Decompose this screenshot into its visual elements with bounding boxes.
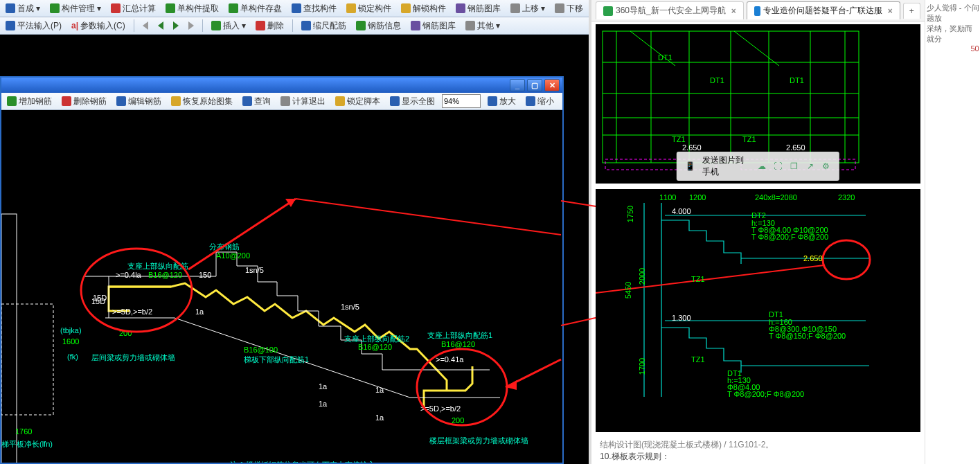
main-toolbar: 首成 ▾ 构件管理 ▾ 汇总计算 单构件提取 单构件存盘 查找构件 锁定构件 解… bbox=[0, 0, 589, 17]
label-la2: 1a bbox=[319, 382, 327, 391]
tb-item-7[interactable]: 解锁构件 bbox=[398, 3, 449, 15]
tb-item-9[interactable]: 上移 ▾ bbox=[508, 3, 548, 15]
zoom-input[interactable] bbox=[442, 94, 481, 108]
query-button[interactable]: 查询 bbox=[240, 96, 274, 107]
zoom-out-button[interactable]: 缩小 bbox=[523, 96, 557, 107]
editor-toolbar: 增加钢筋 删除钢筋 编辑钢筋 恢复原始图集 查询 计算退出 锁定脚本 显示全图 … bbox=[1, 93, 562, 110]
lib-icon bbox=[456, 3, 465, 13]
tb-item-6[interactable]: 锁定构件 bbox=[344, 3, 394, 15]
label-tbxb: 梯板下部纵向配筋1 bbox=[244, 355, 309, 365]
gjtk-button[interactable]: 钢筋图库 bbox=[408, 20, 458, 32]
suochi-button[interactable]: 缩尺配筋 bbox=[299, 20, 349, 32]
rd-2650: 2.650 bbox=[803, 254, 823, 262]
rd-2320: 2320 bbox=[838, 193, 855, 202]
window-max-button[interactable]: ▢ bbox=[527, 79, 542, 91]
pingfa-icon bbox=[6, 21, 15, 30]
pingfa-button[interactable]: 平法输入(P) bbox=[3, 20, 64, 32]
rd-t2: T Φ8@200;F Φ8@200 bbox=[751, 233, 828, 241]
r-tz1-a: TZ1 bbox=[672, 135, 686, 143]
send-to-phone-button[interactable]: 📱 bbox=[685, 161, 695, 172]
other-button[interactable]: 其他 ▾ bbox=[463, 20, 503, 32]
label-b16c: B16@120 bbox=[441, 340, 475, 348]
scale-icon bbox=[301, 21, 311, 30]
zoom-in-button[interactable]: 放大 bbox=[485, 96, 519, 107]
label-lsn5b: 1sn/5 bbox=[341, 303, 359, 311]
tab-glodon[interactable]: 专业造价问题答疑平台-广联达服× bbox=[747, 1, 900, 19]
label-1760: 1760 bbox=[15, 427, 32, 436]
label-fbgj: 分布钢筋 bbox=[209, 242, 240, 252]
home-icon bbox=[6, 3, 15, 13]
label-sbzp: 支座上部纵向配筋 bbox=[127, 261, 188, 271]
label-ge5dr: >=5D,>=b/2 bbox=[420, 404, 461, 413]
nav-next[interactable] bbox=[170, 21, 181, 30]
tb-item-1[interactable]: 构件管理 ▾ bbox=[47, 3, 104, 15]
tb-item-10[interactable]: 下移 bbox=[552, 3, 586, 15]
restore-button[interactable]: 恢复原始图集 bbox=[168, 96, 235, 107]
rd-1300: 1.300 bbox=[672, 314, 691, 322]
del-rebar-button[interactable]: 删除钢筋 bbox=[59, 96, 109, 107]
window-min-button[interactable]: _ bbox=[510, 79, 525, 91]
r-dt1-a: DT1 bbox=[658, 53, 672, 62]
copy-icon[interactable]: ❐ bbox=[790, 161, 799, 172]
tb-item-0[interactable]: 首成 ▾ bbox=[3, 3, 43, 15]
cloud-icon[interactable]: ☁ bbox=[758, 161, 767, 172]
gear-icon[interactable]: ⚙ bbox=[821, 161, 830, 172]
tab1-close-icon[interactable]: × bbox=[731, 6, 736, 16]
manage-icon bbox=[50, 3, 60, 13]
image-panel-1[interactable]: DT1 DT1 DT1 TZ1 TZ1 2.650 2.650 📱 发送图片到手… bbox=[596, 24, 920, 184]
gjinfo-button[interactable]: 钢筋信息 bbox=[353, 20, 404, 32]
r-dt1-c: DT1 bbox=[790, 76, 804, 84]
cad-canvas[interactable]: 15D 分布钢筋 A10@200 支座上部纵向配筋 >=0.4la B16@12… bbox=[1, 110, 562, 463]
calc-icon bbox=[280, 96, 290, 106]
tb-item-8[interactable]: 钢筋图库 bbox=[453, 3, 504, 15]
label-200: 200 bbox=[119, 329, 132, 337]
tb-item-2[interactable]: 汇总计算 bbox=[108, 3, 159, 15]
unlock-icon bbox=[401, 3, 411, 13]
label-lckj: 楼层框架梁或剪力墙或砌体墙 bbox=[429, 436, 528, 446]
rd-4000: 4.000 bbox=[672, 207, 691, 215]
nav-first[interactable] bbox=[140, 21, 151, 30]
tab-360[interactable]: 360导航_新一代安全上网导航× bbox=[596, 1, 744, 19]
expand-icon[interactable]: ⛶ bbox=[774, 161, 783, 172]
new-tab-button[interactable]: + bbox=[903, 3, 920, 19]
tab2-close-icon[interactable]: × bbox=[888, 6, 893, 16]
show-all-button[interactable]: 显示全图 bbox=[387, 96, 438, 107]
nav-prev[interactable] bbox=[155, 21, 166, 30]
del-icon bbox=[62, 96, 71, 106]
canshu-button[interactable]: a|参数输入(C) bbox=[69, 20, 128, 32]
label-b16100: B16@100 bbox=[244, 346, 278, 354]
tb-item-5[interactable]: 查找构件 bbox=[289, 3, 339, 15]
browser-tabs: 360导航_新一代安全上网导航× 专业造价问题答疑平台-广联达服× + bbox=[591, 0, 925, 21]
insert-button[interactable]: 插入 ▾ bbox=[208, 20, 249, 32]
window-close-button[interactable]: ✕ bbox=[544, 79, 560, 91]
edit-icon bbox=[116, 96, 126, 106]
delete-button[interactable]: 删除 bbox=[253, 20, 287, 32]
work-area: _ ▢ ✕ 增加钢筋 删除钢筋 编辑钢筋 恢复原始图集 查询 计算退出 锁定脚本… bbox=[0, 35, 589, 464]
prev-icon bbox=[158, 21, 163, 30]
label-cjl: 层间梁或剪力墙或砌体墙 bbox=[91, 353, 175, 363]
rd-1750: 1750 bbox=[626, 206, 634, 222]
tb-item-3[interactable]: 单构件提取 bbox=[163, 3, 222, 15]
label-1600: 1600 bbox=[62, 337, 79, 346]
rd-1100: 1100 bbox=[659, 193, 676, 202]
edit-rebar-button[interactable]: 编辑钢筋 bbox=[114, 96, 164, 107]
input-toolbar: 平法输入(P) a|参数输入(C) 插入 ▾ 删除 缩尺配筋 钢筋信息 钢筋图库… bbox=[0, 17, 589, 35]
label-tbjka: (tbjka) bbox=[60, 326, 82, 334]
lock-script-button[interactable]: 锁定脚本 bbox=[332, 96, 383, 107]
rd-tz1b: TZ1 bbox=[691, 355, 705, 364]
footer-caption: 结构设计图(现浇混凝土板式楼梯) / 11G101-2。 10.梯板表示规则： bbox=[596, 438, 920, 464]
rd-t4: T Φ8@150;F Φ8@200 bbox=[769, 332, 846, 340]
label-a10: A10@200 bbox=[216, 251, 250, 260]
add-rebar-button[interactable]: 增加钢筋 bbox=[4, 96, 55, 107]
next-icon bbox=[173, 21, 179, 30]
image-panel-2[interactable]: 4.000 1.300 2.650 1750 2000 5450 1700 11… bbox=[596, 189, 920, 432]
tb-item-4[interactable]: 单构件存盘 bbox=[226, 3, 285, 15]
nav-last[interactable] bbox=[186, 21, 197, 30]
note-head: 注:1.楼梯板钢筋信息也可在下表中直接输入。 bbox=[230, 460, 383, 463]
side-info: 少人觉得 - 个问题放 采纳，奖励而就分 50 bbox=[925, 0, 980, 464]
calc-exit-button[interactable]: 计算退出 bbox=[278, 96, 328, 107]
share-icon[interactable]: ↗ bbox=[805, 161, 814, 172]
label-ge41ar: >=0.41a bbox=[436, 355, 463, 364]
r-2650-a: 2.650 bbox=[682, 143, 702, 152]
lock-icon bbox=[346, 3, 356, 13]
